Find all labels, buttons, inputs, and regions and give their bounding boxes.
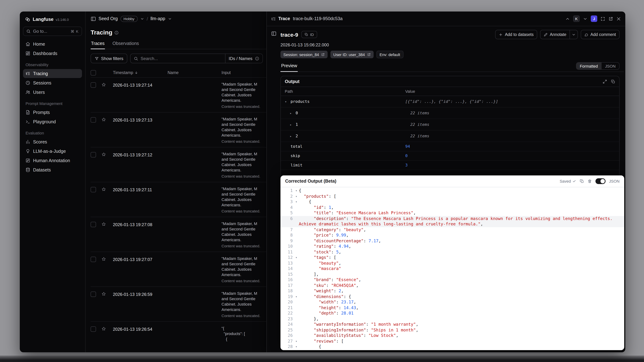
row-checkbox[interactable]: [90, 117, 96, 122]
code-line[interactable]: 22 "depth": 28.01: [280, 310, 624, 316]
expand-peek-button[interactable]: [600, 16, 605, 21]
row-checkbox[interactable]: [90, 257, 96, 262]
row-checkbox[interactable]: [90, 187, 96, 192]
copy-icon[interactable]: [611, 80, 615, 84]
search-scope-dropdown[interactable]: IDs / Names: [225, 54, 259, 63]
sidebar-item-datasets[interactable]: Datasets: [23, 165, 82, 174]
sidebar-item-dashboards[interactable]: Dashboards: [23, 49, 82, 58]
trace-table-row[interactable]: 2026-01-13 19:27:07"Madam Speaker, Mand …: [90, 252, 266, 286]
code-line[interactable]: 19▾ "dimensions": {: [280, 294, 624, 300]
star-icon[interactable]: [102, 292, 106, 296]
star-icon[interactable]: [102, 187, 106, 192]
code-line[interactable]: 17 "sku": "RCH45Q1A",: [280, 283, 624, 288]
fold-icon[interactable]: ▾: [294, 255, 299, 260]
fold-icon[interactable]: ▾: [294, 338, 299, 344]
output-row-1[interactable]: ▸122 items: [281, 119, 619, 130]
row-checkbox[interactable]: [90, 82, 96, 88]
trace-table-row[interactable]: 2026-01-13 19:27:13"Madam Speaker, Mand …: [90, 112, 266, 147]
sidebar-item-prompts[interactable]: Prompts: [23, 108, 82, 117]
annotate-button[interactable]: Annotate: [540, 30, 570, 39]
tab-preview[interactable]: Preview: [280, 63, 298, 72]
formatted-toggle-button[interactable]: Formatted: [576, 62, 602, 70]
delete-icon[interactable]: [587, 179, 592, 183]
fold-icon[interactable]: ▾: [294, 199, 299, 205]
code-line[interactable]: 3▾ {: [280, 199, 624, 205]
collapse-icon[interactable]: ▾: [285, 100, 288, 103]
row-checkbox[interactable]: [90, 292, 96, 297]
code-line[interactable]: 12▾ "tags": [: [280, 255, 624, 260]
row-checkbox[interactable]: [90, 222, 96, 227]
column-header-timestamp[interactable]: Timestamp: [113, 70, 168, 75]
json-view-toggle[interactable]: [595, 178, 605, 184]
tab-traces[interactable]: Traces: [90, 40, 105, 49]
output-row-products[interactable]: ▾products[{"id": ...}, {"id": ...}, {"id…: [281, 96, 619, 108]
code-line[interactable]: 11 "stock": 5,: [280, 249, 624, 255]
row-checkbox[interactable]: [90, 326, 96, 332]
prev-trace-button[interactable]: [565, 16, 570, 21]
next-trace-button[interactable]: [583, 16, 588, 21]
star-icon[interactable]: [102, 222, 106, 226]
code-line[interactable]: 1▾{: [280, 188, 624, 194]
sidebar-item-tracing[interactable]: Tracing: [23, 69, 82, 78]
code-line[interactable]: 14 "mascara": [280, 266, 624, 272]
code-line[interactable]: 20 "width": 23.17,: [280, 300, 624, 305]
add-to-datasets-button[interactable]: Add to datasets: [495, 30, 537, 39]
code-line[interactable]: 4 "id": 1,: [280, 205, 624, 210]
json-code-editor[interactable]: 1▾{2▾ "products": [3▾ {4 "id": 1,5 "titl…: [280, 187, 624, 350]
column-header-name[interactable]: Name: [168, 70, 222, 75]
select-all-checkbox[interactable]: [90, 70, 96, 75]
add-comment-button[interactable]: Add comment: [581, 30, 620, 39]
code-line[interactable]: 26 "availabilityStatus": "Low Stock",: [280, 333, 624, 338]
star-icon[interactable]: [102, 326, 106, 331]
project-chevron-down-icon[interactable]: [168, 17, 172, 21]
fold-icon[interactable]: ▾: [294, 294, 299, 300]
code-line[interactable]: 27▾ "reviews": [: [280, 338, 624, 344]
star-icon[interactable]: [102, 117, 106, 122]
code-line[interactable]: 13 "beauty",: [280, 260, 624, 266]
collapse-tree-icon[interactable]: [271, 31, 276, 36]
trace-table-row[interactable]: 2026-01-13 19:26:59"Madam Speaker, Mand …: [90, 286, 266, 322]
info-icon[interactable]: [114, 30, 119, 35]
star-icon[interactable]: [102, 82, 106, 87]
code-line[interactable]: 21 "height": 14.43,: [280, 305, 624, 310]
code-line[interactable]: 16 "brand": "Essence",: [280, 277, 624, 283]
expand-icon[interactable]: ▸: [290, 123, 294, 126]
output-row-2[interactable]: ▸222 items: [281, 130, 619, 142]
expand-icon[interactable]: ▸: [290, 134, 294, 138]
org-name[interactable]: Seed Org: [98, 16, 118, 21]
fold-icon[interactable]: ▾: [294, 344, 299, 350]
tab-observations[interactable]: Observations: [112, 40, 139, 49]
sidebar-item-scores[interactable]: Scores: [23, 137, 82, 146]
copy-icon[interactable]: [580, 179, 584, 183]
code-line[interactable]: 25 "shippingInformation": "Ships in 1 mo…: [280, 327, 624, 333]
column-header-input[interactable]: Input: [222, 70, 266, 75]
sidebar-item-llm-as-a-judge[interactable]: LLM-as-a-Judge: [23, 147, 82, 156]
sidebar-item-users[interactable]: Users: [23, 88, 82, 97]
show-filters-button[interactable]: Show filters: [90, 54, 127, 63]
expand-icon[interactable]: [603, 80, 607, 84]
code-line[interactable]: 28▾ {: [280, 344, 624, 350]
trace-table-row[interactable]: 2026-01-13 19:27:14"Madam Speaker, Mand …: [90, 77, 266, 112]
trace-table-row[interactable]: 2026-01-13 19:26:54"{ "products": [ {: [90, 322, 266, 352]
project-name[interactable]: llm-app: [150, 16, 165, 21]
code-line[interactable]: 18 "weight": 2,: [280, 288, 624, 294]
expand-icon[interactable]: ▸: [290, 111, 294, 115]
code-line[interactable]: 15 ],: [280, 272, 624, 277]
session-badge[interactable]: Session: session_84: [280, 51, 328, 58]
trace-table-row[interactable]: 2026-01-13 19:27:08"Madam Speaker, Mand …: [90, 217, 266, 252]
star-icon[interactable]: [102, 257, 106, 261]
trace-table-row[interactable]: 2026-01-13 19:27:12"Madam Speaker, Mand …: [90, 147, 266, 182]
search-input[interactable]: Search... IDs / Names: [130, 54, 263, 63]
trace-table-row[interactable]: 2026-01-13 19:27:11"Madam Speaker, Mand …: [90, 182, 266, 217]
star-icon[interactable]: [102, 152, 106, 157]
code-line[interactable]: 9 "discountPercentage": 7.17,: [280, 238, 624, 244]
open-trace-button[interactable]: [608, 16, 613, 21]
code-line[interactable]: 24 "warrantyInformation": "1 month warra…: [280, 322, 624, 327]
code-line[interactable]: 7 "category": "beauty",: [280, 227, 624, 232]
annotate-dropdown-button[interactable]: [570, 30, 578, 39]
code-line[interactable]: 5 "title": "Essence Mascara Lash Princes…: [280, 210, 624, 216]
fold-icon[interactable]: ▾: [294, 194, 299, 199]
sidebar-item-playground[interactable]: Playground: [23, 117, 82, 126]
user-badge[interactable]: User ID: user_384: [330, 51, 374, 58]
close-peek-button[interactable]: [616, 16, 621, 21]
